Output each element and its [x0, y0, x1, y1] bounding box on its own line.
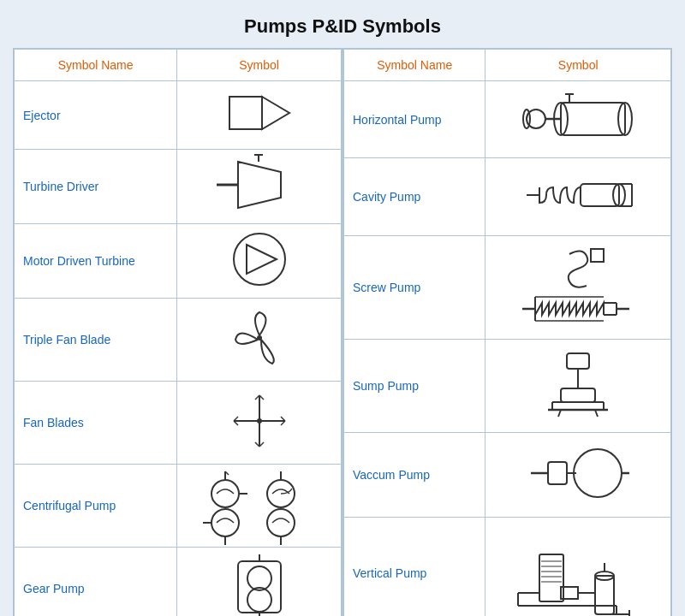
- ejector-name: Ejector: [15, 81, 177, 150]
- svg-rect-0: [229, 97, 262, 129]
- svg-marker-7: [247, 245, 277, 274]
- page-title: Pumps P&ID Symbols: [244, 15, 441, 38]
- vertical-pump-symbol: [485, 517, 671, 616]
- svg-marker-1: [262, 97, 289, 129]
- turbine-driver-name: Turbine Driver: [15, 150, 177, 224]
- triple-fan-blade-name: Triple Fan Blade: [15, 299, 177, 382]
- svg-point-22: [211, 480, 239, 507]
- screw-pump-name: Screw Pump: [344, 235, 485, 339]
- sump-pump-name: Sump Pump: [344, 339, 485, 433]
- table-row: Ejector: [15, 81, 342, 150]
- svg-rect-72: [548, 462, 567, 484]
- gear-pump-symbol: [177, 548, 342, 617]
- right-table: Symbol Name Symbol Horizontal Pump: [343, 49, 671, 616]
- table-row: Cavity Pump: [344, 158, 671, 235]
- table-row: Gear Pump: [15, 548, 342, 617]
- svg-rect-62: [567, 353, 589, 369]
- svg-rect-43: [561, 103, 625, 135]
- vertical-pump-name: Vertical Pump: [344, 517, 485, 616]
- cavity-pump-name: Cavity Pump: [344, 158, 485, 235]
- table-row: Triple Fan Blade: [15, 299, 342, 382]
- table-row: Horizontal Pump: [344, 81, 671, 158]
- svg-rect-85: [595, 576, 614, 614]
- table-row: Motor Driven Turbine: [15, 224, 342, 299]
- vaccum-pump-symbol: [485, 433, 671, 517]
- table-row: Sump Pump: [344, 339, 671, 433]
- main-table: Symbol Name Symbol Ejector Turbine Drive…: [13, 48, 672, 616]
- ejector-symbol: [177, 81, 342, 150]
- svg-point-74: [574, 449, 622, 497]
- table-row: Centrifugal Pump: [15, 465, 342, 548]
- svg-point-35: [247, 588, 271, 612]
- svg-point-34: [247, 566, 271, 590]
- left-col1-header: Symbol Name: [15, 50, 177, 81]
- table-row: Vaccum Pump: [344, 433, 671, 517]
- right-col2-header: Symbol: [485, 50, 671, 81]
- svg-rect-52: [591, 249, 604, 262]
- vaccum-pump-name: Vaccum Pump: [344, 433, 485, 517]
- turbine-driver-symbol: [177, 150, 342, 224]
- triple-fan-blade-symbol: [177, 299, 342, 382]
- svg-rect-64: [561, 388, 595, 402]
- fan-blades-name: Fan Blades: [15, 382, 177, 465]
- cavity-pump-symbol: [485, 158, 671, 235]
- horizontal-pump-symbol: [485, 81, 671, 158]
- table-row: Screw Pump: [344, 235, 671, 339]
- left-table: Symbol Name Symbol Ejector Turbine Drive…: [14, 49, 342, 616]
- centrifugal-pump-symbol: [177, 465, 342, 548]
- table-row: Fan Blades: [15, 382, 342, 465]
- screw-pump-symbol: [485, 235, 671, 339]
- sump-pump-symbol: [485, 339, 671, 433]
- table-row: Turbine Driver: [15, 150, 342, 224]
- centrifugal-pump-name: Centrifugal Pump: [15, 465, 177, 548]
- table-row: Vertical Pump: [344, 517, 671, 616]
- svg-point-31: [267, 509, 295, 536]
- left-col2-header: Symbol: [177, 50, 342, 81]
- right-col1-header: Symbol Name: [344, 50, 485, 81]
- motor-driven-turbine-name: Motor Driven Turbine: [15, 224, 177, 299]
- svg-marker-3: [238, 162, 281, 208]
- gear-pump-name: Gear Pump: [15, 548, 177, 617]
- motor-driven-turbine-symbol: [177, 224, 342, 299]
- svg-point-28: [211, 509, 239, 536]
- horizontal-pump-name: Horizontal Pump: [344, 81, 485, 158]
- fan-blades-symbol: [177, 382, 342, 465]
